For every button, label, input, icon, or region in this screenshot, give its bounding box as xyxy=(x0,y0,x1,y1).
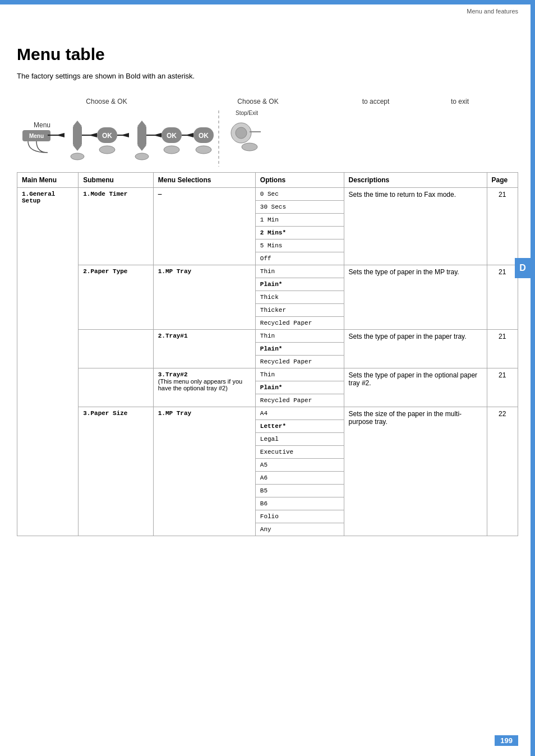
svg-text:Menu: Menu xyxy=(34,121,50,129)
svg-text:to accept: to accept xyxy=(362,98,390,105)
right-blue-bar xyxy=(531,0,535,756)
cell-option: Plain* xyxy=(255,343,344,356)
table-row: 1.GeneralSetup1.Mode Timer—0 SecSets the… xyxy=(17,188,518,201)
cell-option: A6 xyxy=(255,472,344,485)
cell-page: 21 xyxy=(487,265,518,330)
svg-point-18 xyxy=(99,146,115,154)
cell-page: 21 xyxy=(487,188,518,265)
svg-text:OK: OK xyxy=(167,132,177,140)
table-row: 3.Tray#2(This menu only appears if you h… xyxy=(17,368,518,381)
svg-point-35 xyxy=(196,146,211,154)
cell-menu-selection: 2.Tray#1 xyxy=(153,330,255,368)
cell-option: Executive xyxy=(255,446,344,459)
cell-option: A5 xyxy=(255,459,344,472)
header-label: Menu and features xyxy=(467,8,518,15)
svg-point-30 xyxy=(164,146,179,154)
cell-option: Plain* xyxy=(255,381,344,394)
svg-text:OK: OK xyxy=(102,132,112,140)
cell-option: Recycled Paper xyxy=(255,356,344,368)
cell-menu-selection: 1.MP Tray xyxy=(153,265,255,330)
th-main: Main Menu xyxy=(17,173,79,188)
cell-option: Thin xyxy=(255,368,344,381)
svg-text:Choose & OK: Choose & OK xyxy=(86,98,127,105)
page-number: 199 xyxy=(495,735,518,746)
menu-table: Main Menu Submenu Menu Selections Option… xyxy=(17,172,518,536)
cell-page: 22 xyxy=(487,407,518,536)
page-number-area: 199 xyxy=(495,735,518,746)
subtitle: The factory settings are shown in Bold w… xyxy=(17,72,518,80)
cell-description: Sets the type of paper in the MP tray. xyxy=(344,265,487,330)
svg-text:to exit: to exit xyxy=(451,98,469,105)
svg-marker-9 xyxy=(73,121,82,126)
svg-text:Choose & OK: Choose & OK xyxy=(237,98,278,105)
th-desc: Descriptions xyxy=(344,173,487,188)
cell-main-menu: 1.GeneralSetup xyxy=(17,188,79,536)
d-tab: D xyxy=(515,258,531,278)
svg-marker-23 xyxy=(137,145,146,151)
cell-description: Sets the type of paper in the paper tray… xyxy=(344,330,487,368)
cell-submenu: 1.Mode Timer xyxy=(79,188,154,265)
table-row: 2.Paper Type1.MP TrayThinSets the type o… xyxy=(17,265,518,278)
cell-description: Sets the type of paper in the optional p… xyxy=(344,368,487,407)
svg-point-13 xyxy=(71,153,84,160)
cell-menu-selection: 3.Tray#2(This menu only appears if you h… xyxy=(153,368,255,407)
svg-rect-24 xyxy=(137,133,146,145)
cell-option: 30 Secs xyxy=(255,201,344,214)
cell-option: Plain* xyxy=(255,278,344,291)
svg-text:Menu: Menu xyxy=(29,133,44,139)
svg-text:Stop/Exit: Stop/Exit xyxy=(236,110,258,116)
top-blue-bar xyxy=(0,0,535,4)
th-sel: Menu Selections xyxy=(153,173,255,188)
cell-option: 1 Min xyxy=(255,214,344,227)
cell-option: 0 Sec xyxy=(255,188,344,201)
svg-marker-21 xyxy=(137,121,146,126)
svg-rect-12 xyxy=(73,133,82,145)
cell-option: Any xyxy=(255,523,344,536)
cell-option: Thicker xyxy=(255,304,344,317)
svg-point-41 xyxy=(242,143,257,151)
svg-text:OK: OK xyxy=(199,132,209,140)
cell-description: Sets the time to return to Fax mode. xyxy=(344,188,487,265)
cell-option: 5 Mins xyxy=(255,239,344,252)
cell-option: Thick xyxy=(255,291,344,304)
cell-option: B6 xyxy=(255,497,344,510)
th-sub: Submenu xyxy=(79,173,154,188)
cell-option: B5 xyxy=(255,485,344,497)
cell-submenu xyxy=(79,368,154,407)
cell-option: Off xyxy=(255,252,344,265)
table-row: 2.Tray#1ThinSets the type of paper in th… xyxy=(17,330,518,343)
cell-option: Recycled Paper xyxy=(255,394,344,407)
cell-option: Folio xyxy=(255,510,344,523)
svg-point-25 xyxy=(135,153,149,160)
cell-option: Legal xyxy=(255,433,344,446)
cell-option: Recycled Paper xyxy=(255,317,344,330)
table-row: 3.Paper Size1.MP TrayA4Sets the size of … xyxy=(17,407,518,420)
cell-option: 2 Mins* xyxy=(255,227,344,239)
cell-description: Sets the size of the paper in the multi-… xyxy=(344,407,487,536)
page-header: Menu and features xyxy=(467,8,518,15)
cell-option: A4 xyxy=(255,407,344,420)
page-title: Menu table xyxy=(17,45,518,64)
svg-point-39 xyxy=(236,127,247,139)
cell-option: Thin xyxy=(255,330,344,343)
cell-page: 21 xyxy=(487,330,518,368)
cell-menu-selection: 1.MP Tray xyxy=(153,407,255,536)
cell-option: Thin xyxy=(255,265,344,278)
cell-option: Letter* xyxy=(255,420,344,433)
cell-page: 21 xyxy=(487,368,518,407)
main-content: Menu table The factory settings are show… xyxy=(17,11,518,536)
th-opt: Options xyxy=(255,173,344,188)
diagram-svg: Choose & OK Choose & OK to accept to exi… xyxy=(17,94,510,167)
cell-submenu: 3.Paper Size xyxy=(79,407,154,536)
cell-submenu: 2.Paper Type xyxy=(79,265,154,330)
nav-diagram: Choose & OK Choose & OK to accept to exi… xyxy=(17,94,518,167)
th-page: Page xyxy=(487,173,518,188)
cell-menu-selection: — xyxy=(153,188,255,265)
svg-marker-11 xyxy=(73,145,82,151)
cell-submenu xyxy=(79,330,154,368)
